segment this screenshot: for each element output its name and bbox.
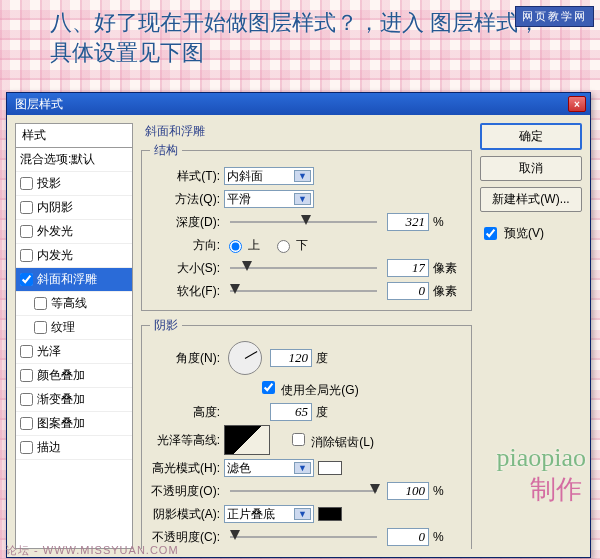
highlight-mode-label: 高光模式(H): bbox=[150, 460, 220, 477]
style-label-drop_shadow: 投影 bbox=[37, 175, 61, 192]
anti-alias-checkbox[interactable]: 消除锯齿(L) bbox=[288, 430, 374, 451]
soften-slider[interactable] bbox=[230, 286, 377, 296]
cancel-button[interactable]: 取消 bbox=[480, 156, 582, 181]
depth-slider[interactable] bbox=[230, 217, 377, 227]
dialog-title: 图层样式 bbox=[11, 96, 566, 113]
shading-group: 阴影 角度(N): 度 使用全局光(G) 高度: 度 光泽等高线 bbox=[141, 317, 472, 549]
layer-style-dialog: 图层样式 × 样式 混合选项:默认 投影内阴影外发光内发光斜面和浮雕等高线纹理光… bbox=[6, 92, 591, 558]
style-row-color_overlay[interactable]: 颜色叠加 bbox=[16, 364, 132, 388]
style-label-satin: 光泽 bbox=[37, 343, 61, 360]
soften-unit: 像素 bbox=[433, 283, 463, 300]
style-label-outer_glow: 外发光 bbox=[37, 223, 73, 240]
style-row-drop_shadow[interactable]: 投影 bbox=[16, 172, 132, 196]
style-label-inner_glow: 内发光 bbox=[37, 247, 73, 264]
style-label: 样式(T): bbox=[150, 168, 220, 185]
gloss-contour-label: 光泽等高线: bbox=[150, 432, 220, 449]
altitude-unit: 度 bbox=[316, 404, 346, 421]
technique-select[interactable]: 平滑▼ bbox=[224, 190, 314, 208]
style-row-inner_glow[interactable]: 内发光 bbox=[16, 244, 132, 268]
highlight-opacity-input[interactable] bbox=[387, 482, 429, 500]
style-checkbox-inner_shadow[interactable] bbox=[20, 201, 33, 214]
depth-unit: % bbox=[433, 215, 463, 229]
blending-options-row[interactable]: 混合选项:默认 bbox=[16, 148, 132, 172]
shading-legend: 阴影 bbox=[150, 317, 182, 334]
style-checkbox-contour[interactable] bbox=[34, 297, 47, 310]
chevron-down-icon: ▼ bbox=[294, 508, 311, 520]
style-row-texture[interactable]: 纹理 bbox=[16, 316, 132, 340]
shadow-mode-select[interactable]: 正片叠底▼ bbox=[224, 505, 314, 523]
shadow-opacity-input[interactable] bbox=[387, 528, 429, 546]
style-row-stroke[interactable]: 描边 bbox=[16, 436, 132, 460]
size-slider[interactable] bbox=[230, 263, 377, 273]
angle-input[interactable] bbox=[270, 349, 312, 367]
shadow-opacity-unit: % bbox=[433, 530, 463, 544]
style-checkbox-pattern_overlay[interactable] bbox=[20, 417, 33, 430]
style-checkbox-outer_glow[interactable] bbox=[20, 225, 33, 238]
preview-checkbox[interactable] bbox=[484, 227, 497, 240]
style-label-color_overlay: 颜色叠加 bbox=[37, 367, 85, 384]
style-checkbox-satin[interactable] bbox=[20, 345, 33, 358]
style-row-pattern_overlay[interactable]: 图案叠加 bbox=[16, 412, 132, 436]
chevron-down-icon: ▼ bbox=[294, 193, 311, 205]
structure-group: 结构 样式(T): 内斜面▼ 方法(Q): 平滑▼ 深度(D): bbox=[141, 142, 472, 311]
size-label: 大小(S): bbox=[150, 260, 220, 277]
style-row-outer_glow[interactable]: 外发光 bbox=[16, 220, 132, 244]
highlight-color-swatch[interactable] bbox=[318, 461, 342, 475]
highlight-opacity-label: 不透明度(O): bbox=[150, 483, 220, 500]
dialog-titlebar[interactable]: 图层样式 × bbox=[7, 93, 590, 115]
style-label-stroke: 描边 bbox=[37, 439, 61, 456]
styles-header: 样式 bbox=[15, 123, 133, 148]
ok-button[interactable]: 确定 bbox=[480, 123, 582, 150]
depth-input[interactable] bbox=[387, 213, 429, 231]
style-checkbox-gradient_overlay[interactable] bbox=[20, 393, 33, 406]
close-icon[interactable]: × bbox=[568, 96, 586, 112]
direction-down-radio[interactable]: 下 bbox=[272, 237, 308, 254]
style-label-texture: 纹理 bbox=[51, 319, 75, 336]
style-checkbox-stroke[interactable] bbox=[20, 441, 33, 454]
chevron-down-icon: ▼ bbox=[294, 170, 311, 182]
altitude-label: 高度: bbox=[150, 404, 220, 421]
style-row-inner_shadow[interactable]: 内阴影 bbox=[16, 196, 132, 220]
styles-list: 混合选项:默认 投影内阴影外发光内发光斜面和浮雕等高线纹理光泽颜色叠加渐变叠加图… bbox=[15, 148, 133, 549]
gloss-contour-picker[interactable] bbox=[224, 425, 270, 455]
direction-up-radio[interactable]: 上 bbox=[224, 237, 260, 254]
style-checkbox-bevel[interactable] bbox=[20, 273, 33, 286]
style-checkbox-color_overlay[interactable] bbox=[20, 369, 33, 382]
site-badge: 网页教学网 bbox=[515, 6, 594, 27]
new-style-button[interactable]: 新建样式(W)... bbox=[480, 187, 582, 212]
shadow-opacity-slider[interactable] bbox=[230, 532, 377, 542]
highlight-mode-select[interactable]: 滤色▼ bbox=[224, 459, 314, 477]
style-label-inner_shadow: 内阴影 bbox=[37, 199, 73, 216]
style-select[interactable]: 内斜面▼ bbox=[224, 167, 314, 185]
tutorial-overlay-text: 八、好了现在开始做图层样式？，进入 图层样式，具体设置见下图 bbox=[50, 8, 540, 67]
size-input[interactable] bbox=[387, 259, 429, 277]
style-label-bevel: 斜面和浮雕 bbox=[37, 271, 97, 288]
style-label-gradient_overlay: 渐变叠加 bbox=[37, 391, 85, 408]
direction-label: 方向: bbox=[150, 237, 220, 254]
altitude-input[interactable] bbox=[270, 403, 312, 421]
structure-legend: 结构 bbox=[150, 142, 182, 159]
highlight-opacity-unit: % bbox=[433, 484, 463, 498]
chevron-down-icon: ▼ bbox=[294, 462, 311, 474]
style-row-contour[interactable]: 等高线 bbox=[16, 292, 132, 316]
global-light-checkbox[interactable]: 使用全局光(G) bbox=[258, 378, 359, 399]
shadow-color-swatch[interactable] bbox=[318, 507, 342, 521]
technique-label: 方法(Q): bbox=[150, 191, 220, 208]
style-checkbox-drop_shadow[interactable] bbox=[20, 177, 33, 190]
style-row-satin[interactable]: 光泽 bbox=[16, 340, 132, 364]
size-unit: 像素 bbox=[433, 260, 463, 277]
preview-label: 预览(V) bbox=[504, 225, 544, 242]
dialog-buttons: 确定 取消 新建样式(W)... 预览(V) bbox=[480, 123, 582, 549]
style-label-pattern_overlay: 图案叠加 bbox=[37, 415, 85, 432]
blending-options-label: 混合选项:默认 bbox=[20, 151, 95, 168]
soften-input[interactable] bbox=[387, 282, 429, 300]
angle-dial[interactable] bbox=[228, 341, 262, 375]
style-checkbox-inner_glow[interactable] bbox=[20, 249, 33, 262]
angle-unit: 度 bbox=[316, 350, 346, 367]
style-row-gradient_overlay[interactable]: 渐变叠加 bbox=[16, 388, 132, 412]
footer-text: 论坛 - WWW.MISSYUAN.COM bbox=[6, 543, 179, 558]
style-row-bevel[interactable]: 斜面和浮雕 bbox=[16, 268, 132, 292]
style-checkbox-texture[interactable] bbox=[34, 321, 47, 334]
highlight-opacity-slider[interactable] bbox=[230, 486, 377, 496]
panel-title: 斜面和浮雕 bbox=[145, 123, 472, 140]
